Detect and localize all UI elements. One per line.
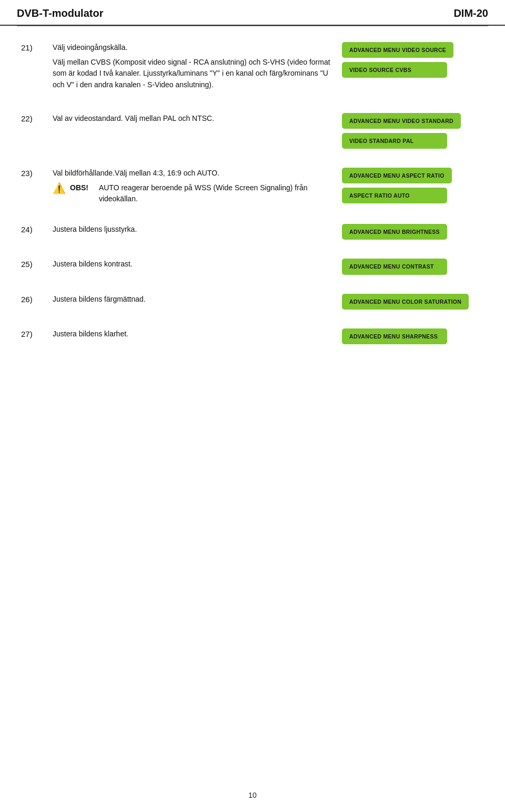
section-26-badges: ADVANCED MENU COLOR SATURATION xyxy=(342,294,484,310)
badge-adv-menu-video-source: ADVANCED MENU VIDEO SOURCE xyxy=(342,42,453,58)
section-body-23: Val bildförhållande.Välj mellan 4:3, 16:… xyxy=(53,168,331,205)
page-header: DVB-T-modulator DIM-20 xyxy=(0,0,505,26)
section-22-badges: ADVANCED MENU VIDEO STANDARD VIDEO STAND… xyxy=(342,113,484,149)
section-21: 21) Välj videoingångskälla. Välj mellan … xyxy=(21,42,484,94)
badge-video-standard-pal: VIDEO STANDARD PAL xyxy=(342,133,447,149)
section-27-text-1: Justera bildens klarhet. xyxy=(53,328,331,340)
section-number-23: 23) xyxy=(21,168,42,178)
badge-video-source-cvbs: VIDEO SOURCE CVBS xyxy=(342,62,447,78)
section-23-badges: ADVANCED MENU ASPECT RATIO ASPECT RATIO … xyxy=(342,168,484,203)
section-22: 22) Val av videostandard. Välj mellan PA… xyxy=(21,113,484,149)
section-23: 23) Val bildförhållande.Välj mellan 4:3,… xyxy=(21,168,484,205)
warning-icon: ⚠️ xyxy=(53,183,66,193)
section-27: 27) Justera bildens klarhet. ADVANCED ME… xyxy=(21,328,484,344)
section-24: 24) Justera bildens ljusstyrka. ADVANCED… xyxy=(21,224,484,240)
badge-adv-menu-sharpness: ADVANCED MENU SHARPNESS xyxy=(342,328,447,344)
section-body-22: Val av videostandard. Välj mellan PAL oc… xyxy=(53,113,331,128)
section-26-text-1: Justera bildens färgmättnad. xyxy=(53,294,331,305)
badge-aspect-ratio-auto: ASPECT RATIO AUTO xyxy=(342,188,447,203)
page-number: 10 xyxy=(248,791,257,799)
section-21-text-2: Välj mellan CVBS (Komposit video signal … xyxy=(53,57,331,91)
badge-adv-menu-color-saturation: ADVANCED MENU COLOR SATURATION xyxy=(342,294,469,310)
section-23-obs-text: AUTO reagerar beroende på WSS (Wide Scre… xyxy=(99,182,331,205)
section-21-badges: ADVANCED MENU VIDEO SOURCE VIDEO SOURCE … xyxy=(342,42,484,78)
page-footer: 10 xyxy=(0,791,505,799)
section-25-text-1: Justera bildens kontrast. xyxy=(53,259,331,270)
badge-adv-menu-video-standard: ADVANCED MENU VIDEO STANDARD xyxy=(342,113,461,129)
header-title-left: DVB-T-modulator xyxy=(17,7,103,19)
section-number-22: 22) xyxy=(21,113,42,123)
section-25-badges: ADVANCED MENU CONTRAST xyxy=(342,259,484,274)
section-23-main-text: Val bildförhållande.Välj mellan 4:3, 16:… xyxy=(53,168,331,179)
section-body-26: Justera bildens färgmättnad. xyxy=(53,294,331,309)
section-number-27: 27) xyxy=(21,328,42,338)
badge-adv-menu-contrast: ADVANCED MENU CONTRAST xyxy=(342,259,447,274)
section-number-21: 21) xyxy=(21,42,42,52)
badge-adv-menu-aspect-ratio: ADVANCED MENU ASPECT RATIO xyxy=(342,168,452,183)
section-22-text-1: Val av videostandard. Välj mellan PAL oc… xyxy=(53,113,331,125)
section-number-26: 26) xyxy=(21,294,42,304)
section-23-obs-block: ⚠️ OBS! AUTO reagerar beroende på WSS (W… xyxy=(53,182,331,205)
section-number-24: 24) xyxy=(21,224,42,234)
section-body-25: Justera bildens kontrast. xyxy=(53,259,331,273)
section-25: 25) Justera bildens kontrast. ADVANCED M… xyxy=(21,259,484,274)
section-body-24: Justera bildens ljusstyrka. xyxy=(53,224,331,239)
section-24-text-1: Justera bildens ljusstyrka. xyxy=(53,224,331,235)
badge-adv-menu-brightness: ADVANCED MENU BRIGHTNESS xyxy=(342,224,447,240)
section-21-text-1: Välj videoingångskälla. xyxy=(53,42,331,54)
main-content: 21) Välj videoingångskälla. Välj mellan … xyxy=(0,26,505,395)
section-body-27: Justera bildens klarhet. xyxy=(53,328,331,343)
section-27-badges: ADVANCED MENU SHARPNESS xyxy=(342,328,484,344)
section-body-21: Välj videoingångskälla. Välj mellan CVBS… xyxy=(53,42,331,94)
section-26: 26) Justera bildens färgmättnad. ADVANCE… xyxy=(21,294,484,310)
section-number-25: 25) xyxy=(21,259,42,269)
header-title-right: DIM-20 xyxy=(453,7,488,19)
section-23-obs-label: OBS! xyxy=(70,182,88,194)
section-24-badges: ADVANCED MENU BRIGHTNESS xyxy=(342,224,484,240)
